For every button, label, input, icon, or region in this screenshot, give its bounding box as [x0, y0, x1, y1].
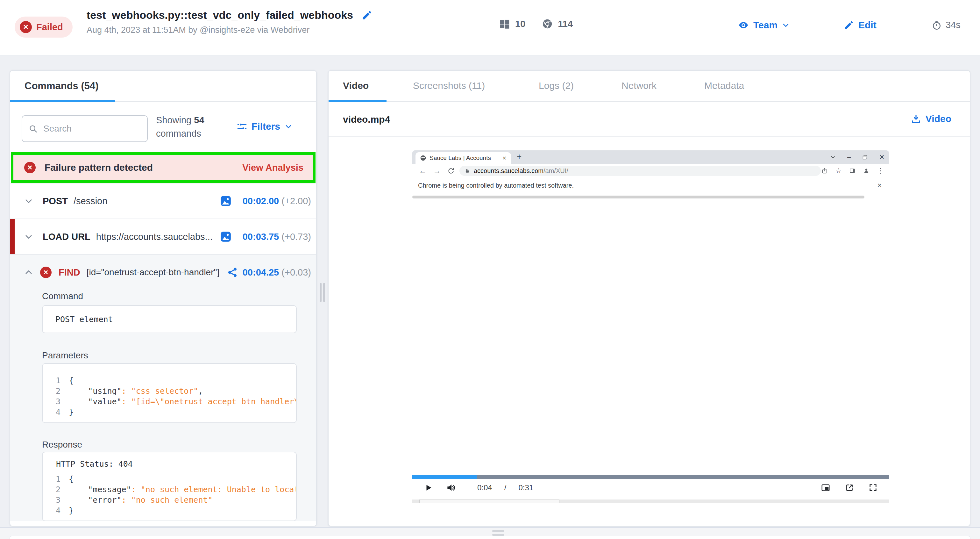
tab-commands[interactable]: Commands (54): [24, 80, 99, 92]
view-analysis-link[interactable]: View Analysis: [242, 163, 304, 173]
recorded-browser-tab: Sauce Labs | Accounts ✕: [415, 152, 511, 164]
chevron-up-icon[interactable]: [24, 268, 33, 277]
download-label: Video: [926, 113, 951, 124]
infobar-text: Chrome is being controlled by automated …: [418, 182, 574, 189]
open-in-new-button[interactable]: [845, 483, 854, 492]
total-duration: 0:31: [518, 483, 533, 492]
video-time-display: 0:04 / 0:31: [477, 483, 533, 492]
media-panel: Video Screenshots (11) Logs (2) Network …: [328, 70, 970, 526]
showing-count: 54: [194, 115, 204, 125]
tab-screenshots[interactable]: Screenshots (11): [413, 80, 485, 91]
edit-test-button[interactable]: Edit: [844, 20, 877, 30]
tab-video[interactable]: Video: [343, 80, 369, 91]
video-file-row: video.mp4 Video: [329, 102, 970, 137]
windows-icon: [499, 19, 510, 29]
command-method: LOAD URL: [43, 231, 91, 242]
failure-pattern-banner[interactable]: ✕ Failure pattern detected View Analysis: [11, 152, 315, 183]
error-marker-bar: [10, 219, 14, 254]
active-tab-underline: [329, 100, 387, 102]
video-controls: 0:04 / 0:31: [412, 479, 889, 496]
environment-info: 10 114: [499, 19, 573, 29]
panel-resize-handle[interactable]: [317, 70, 328, 526]
stopwatch-icon: [932, 20, 942, 30]
tab-network[interactable]: Network: [622, 80, 657, 91]
infobar-close-icon: ✕: [877, 182, 882, 189]
video-horizontal-scrollbar[interactable]: [412, 499, 889, 503]
recorded-tab-title: Sauce Labs | Accounts: [430, 155, 499, 161]
screenshot-icon[interactable]: [220, 195, 232, 207]
command-timestamp: 00:03.75 (+0.73): [243, 231, 311, 242]
share-export-icon: [821, 167, 828, 174]
error-circle-icon: ✕: [40, 266, 52, 278]
picture-in-picture-button[interactable]: [821, 483, 830, 493]
fullscreen-button[interactable]: [869, 483, 878, 492]
video-progress-fill: [412, 475, 477, 479]
profile-avatar-icon: [863, 167, 870, 174]
automation-infobar: Chrome is being controlled by automated …: [412, 178, 889, 193]
search-input[interactable]: [43, 123, 141, 134]
recorded-page-viewport: [412, 198, 889, 475]
tab-logs[interactable]: Logs (2): [539, 80, 574, 91]
test-duration: 34s: [932, 20, 961, 30]
media-tabrow: Video Screenshots (11) Logs (2) Network …: [329, 71, 970, 102]
command-timestamp: 00:04.25 (+0.03): [243, 267, 311, 278]
window-close-icon: ✕: [879, 153, 885, 161]
download-video-button[interactable]: Video: [911, 113, 951, 124]
active-tab-underline: [10, 100, 115, 102]
toolbar-icons: ☆ ⋮: [821, 167, 884, 175]
filters-button[interactable]: Filters: [237, 121, 292, 132]
current-time: 0:04: [477, 483, 492, 492]
volume-button[interactable]: [446, 483, 456, 493]
recorded-browser-tabstrip: Sauce Labs | Accounts ✕ + – ✕: [412, 150, 889, 164]
browser-version: 114: [558, 19, 573, 29]
recorded-browser-toolbar: ← → accounts.saucelabs.com/am/XUI/ ☆: [412, 164, 889, 178]
edit-label: Edit: [858, 20, 877, 30]
tab-close-icon: ✕: [503, 155, 507, 161]
response-section-label: Response: [42, 440, 82, 450]
error-circle-icon: ✕: [24, 162, 36, 173]
chevron-down-icon: [285, 123, 292, 130]
command-value: POST element: [43, 315, 113, 324]
error-circle-icon: ✕: [20, 21, 32, 33]
command-detail: /session: [73, 196, 107, 206]
command-search[interactable]: [22, 115, 148, 142]
bookmark-star-icon: ☆: [835, 167, 842, 175]
screenshot-icon[interactable]: [220, 231, 232, 243]
recorded-url: accounts.saucelabs.com/am/XUI/: [474, 167, 568, 175]
recorded-page-bar: [412, 196, 864, 198]
filters-sliders-icon: [237, 121, 247, 132]
command-value-box: POST element: [42, 305, 297, 333]
code-line: 1 {: [43, 474, 296, 484]
video-progress-bar[interactable]: [412, 475, 889, 479]
code-line: 4 }: [43, 505, 296, 516]
visibility-team-button[interactable]: Team: [738, 20, 790, 30]
share-icon[interactable]: [227, 267, 238, 278]
code-line: 4 }: [43, 407, 296, 417]
chevron-down-icon[interactable]: [24, 232, 33, 241]
team-label: Team: [753, 20, 778, 30]
commands-panel: Commands (54) Showing 54 commands Filter…: [10, 70, 317, 526]
command-row-load-url[interactable]: LOAD URL https://accounts.saucelabs... 0…: [10, 218, 316, 254]
new-tab-icon: +: [517, 151, 522, 161]
parameters-code-box: 1 { 2 "using": "css selector", 3 "value"…: [42, 363, 297, 423]
code-line: 3 "value": "[id=\"onetrust-accept-btn-ha…: [43, 396, 296, 407]
status-badge: ✕ Failed: [14, 17, 73, 38]
test-subtitle: Aug 4th, 2023 at 11:51AM by @insights-e2…: [87, 25, 372, 35]
scrollbar-thumb[interactable]: [419, 499, 559, 503]
chevron-down-icon[interactable]: [24, 196, 33, 206]
forward-icon: →: [433, 166, 441, 175]
command-row-find[interactable]: ✕ FIND [id="onetrust-accept-btn-handler"…: [10, 255, 316, 290]
chrome-icon: [542, 19, 553, 29]
code-line: 2 "message": "no such element: Unable to…: [43, 484, 296, 495]
play-button[interactable]: [425, 483, 433, 492]
reload-icon: [447, 167, 455, 175]
edit-title-pencil-icon[interactable]: [361, 10, 372, 21]
window-menu-chevron-icon: [830, 154, 836, 160]
commands-tabrow: Commands (54): [10, 71, 316, 102]
page: ✕ Failed test_webhooks.py::test_vdc_only…: [0, 0, 980, 539]
command-row-post-session[interactable]: POST /session 00:02.00 (+2.00): [10, 183, 316, 218]
http-status: HTTP Status: 404: [56, 459, 296, 469]
tab-metadata[interactable]: Metadata: [704, 80, 744, 91]
duration-value: 34s: [946, 20, 961, 30]
code-line: 3 "error": "no such element": [43, 495, 296, 505]
